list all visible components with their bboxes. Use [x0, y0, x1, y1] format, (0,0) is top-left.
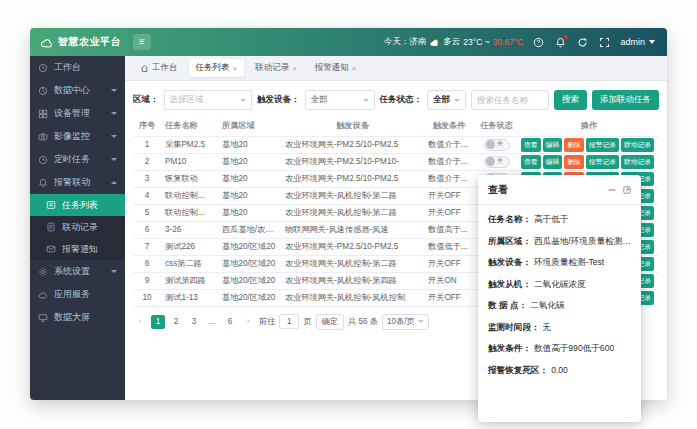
- field-label: 所属区域：: [488, 236, 531, 248]
- chevron-down-icon: [111, 135, 117, 138]
- fullscreen-icon[interactable]: [598, 36, 611, 49]
- page-1[interactable]: 1: [151, 315, 165, 329]
- dialog-header[interactable]: 查看: [478, 175, 641, 205]
- field-label: 报警恢复死区：: [488, 365, 548, 377]
- add-linkage-task-button[interactable]: 添加联动任务: [592, 90, 659, 110]
- cell-name: 联动控制...: [161, 187, 218, 204]
- cell-actions: 查看编辑删除报警记录联动记录: [519, 153, 659, 170]
- col-status: 任务状态: [474, 116, 519, 136]
- sidebar-item-label: 数据大屏: [54, 311, 90, 324]
- cell-seq: 7: [133, 238, 161, 255]
- toggle-label: 关: [497, 157, 504, 166]
- top-header: 智慧农业平台 ≡ 今天：济南 多云 23°C ~ 30.67°C: [30, 28, 667, 56]
- notifications-bell-icon[interactable]: [554, 36, 567, 49]
- status-toggle[interactable]: 关: [484, 156, 510, 168]
- task-status-select[interactable]: 全部: [427, 90, 466, 110]
- task-status-label: 任务状态：: [380, 94, 423, 106]
- alarm-record-button[interactable]: 报警记录: [586, 138, 619, 152]
- dialog-field: 任务名称：高于低于: [488, 214, 631, 226]
- temp-alert: 30.67°C: [493, 37, 524, 47]
- status-toggle[interactable]: 关: [484, 139, 510, 151]
- confirm-page-button[interactable]: 确定: [316, 314, 344, 330]
- clock-icon: [38, 155, 48, 165]
- sidebar-item-alarm-linkage[interactable]: 报警联动: [30, 171, 125, 194]
- list-icon: [46, 200, 56, 210]
- sidebar-collapse-button[interactable]: ≡: [133, 34, 151, 50]
- region-select[interactable]: 选择区域: [164, 90, 253, 110]
- sidebar-item-data-screen[interactable]: 数据大屏: [30, 306, 125, 329]
- prev-page-button[interactable]: ‹: [133, 315, 147, 329]
- sidebar-item-label: 定时任务: [54, 153, 90, 166]
- weather-condition: 多云: [443, 36, 460, 48]
- sidebar-item-label: 系统设置: [54, 265, 90, 278]
- page-6[interactable]: 6: [223, 315, 237, 329]
- help-icon[interactable]: [532, 36, 545, 49]
- field-label: 任务名称：: [488, 214, 531, 226]
- maximize-icon[interactable]: [623, 186, 631, 194]
- view-button[interactable]: 查看: [521, 155, 541, 169]
- page-ellipsis[interactable]: ...: [205, 315, 219, 329]
- field-value: 0.00: [551, 365, 568, 377]
- search-input[interactable]: [471, 90, 549, 110]
- tab-task-list[interactable]: 任务列表 ×: [189, 59, 245, 77]
- minimize-icon[interactable]: [608, 186, 616, 194]
- sidebar-item-label: 设备管理: [54, 107, 90, 120]
- chevron-down-icon: [111, 112, 117, 115]
- col-area: 所属区域: [218, 116, 281, 136]
- user-menu[interactable]: admin: [620, 37, 655, 47]
- sidebar-item-device-manage[interactable]: 设备管理: [30, 102, 125, 125]
- view-button[interactable]: 查看: [521, 138, 541, 152]
- search-button[interactable]: 搜索: [554, 90, 587, 110]
- sidebar-item-task-list[interactable]: 任务列表: [30, 194, 125, 216]
- region-label: 区域：: [133, 94, 159, 106]
- dialog-title: 查看: [488, 183, 508, 197]
- close-icon[interactable]: ×: [292, 64, 297, 73]
- chevron-down-icon: [240, 99, 246, 102]
- page-2[interactable]: 2: [169, 315, 183, 329]
- sidebar-item-video-monitor[interactable]: 影像监控: [30, 125, 125, 148]
- field-label: 触发设备：: [488, 257, 531, 269]
- chevron-up-icon: [111, 181, 117, 184]
- sidebar-item-system-settings[interactable]: 系统设置: [30, 260, 125, 283]
- cell-seq: 3: [133, 170, 161, 187]
- refresh-icon[interactable]: [576, 36, 589, 49]
- goto-page-input[interactable]: [279, 314, 299, 329]
- page-size-select[interactable]: 10条/页: [382, 314, 429, 330]
- cell-seq: 9: [133, 272, 161, 289]
- sidebar-item-data-center[interactable]: 数据中心: [30, 79, 125, 102]
- monitor-icon: [38, 313, 48, 323]
- edit-button[interactable]: 编辑: [543, 138, 563, 152]
- chevron-down-icon: [111, 89, 117, 92]
- sidebar-item-timed-task[interactable]: 定时任务: [30, 148, 125, 171]
- next-page-button[interactable]: ›: [241, 315, 255, 329]
- close-icon[interactable]: ×: [352, 64, 357, 73]
- edit-button[interactable]: 编辑: [543, 155, 563, 169]
- cell-area: 基地20/区域20: [218, 272, 281, 289]
- page-3[interactable]: 3: [187, 315, 201, 329]
- chevron-down-icon: [649, 40, 655, 44]
- delete-button[interactable]: 删除: [564, 155, 584, 169]
- tab-alarm-notice[interactable]: 报警通知 ×: [308, 59, 364, 77]
- cell-condition: 数值低于...: [424, 238, 474, 255]
- sidebar-item-app-service[interactable]: 应用服务: [30, 283, 125, 306]
- dialog-field: 所属区域：西瓜基地/环境质量检测系统: [488, 236, 631, 248]
- cell-name: 恢复联动: [161, 170, 218, 187]
- tab-workbench[interactable]: 工作台: [133, 59, 185, 77]
- cell-area: 基地20: [218, 153, 281, 170]
- sidebar-item-workbench[interactable]: 工作台: [30, 56, 125, 79]
- cell-condition: 开关OFF: [424, 204, 474, 221]
- close-icon[interactable]: ×: [233, 64, 238, 73]
- sidebar-item-linkage-records[interactable]: 联动记录: [30, 216, 125, 238]
- weather-widget: 今天：济南 多云 23°C ~ 30.67°C: [384, 36, 524, 48]
- tab-linkage-records[interactable]: 联动记录 ×: [248, 59, 304, 77]
- alarm-record-button[interactable]: 报警记录: [586, 155, 619, 169]
- gear-icon: [38, 267, 48, 277]
- chevron-down-icon: [111, 270, 117, 273]
- linkage-record-button[interactable]: 联动记录: [621, 138, 654, 152]
- col-device: 触发设备: [281, 116, 424, 136]
- sidebar-item-alarm-notice[interactable]: 报警通知: [30, 238, 125, 260]
- linkage-record-button[interactable]: 联动记录: [621, 155, 654, 169]
- delete-button[interactable]: 删除: [564, 138, 584, 152]
- sidebar-item-label: 数据中心: [54, 84, 90, 97]
- trigger-device-select[interactable]: 全部: [305, 90, 375, 110]
